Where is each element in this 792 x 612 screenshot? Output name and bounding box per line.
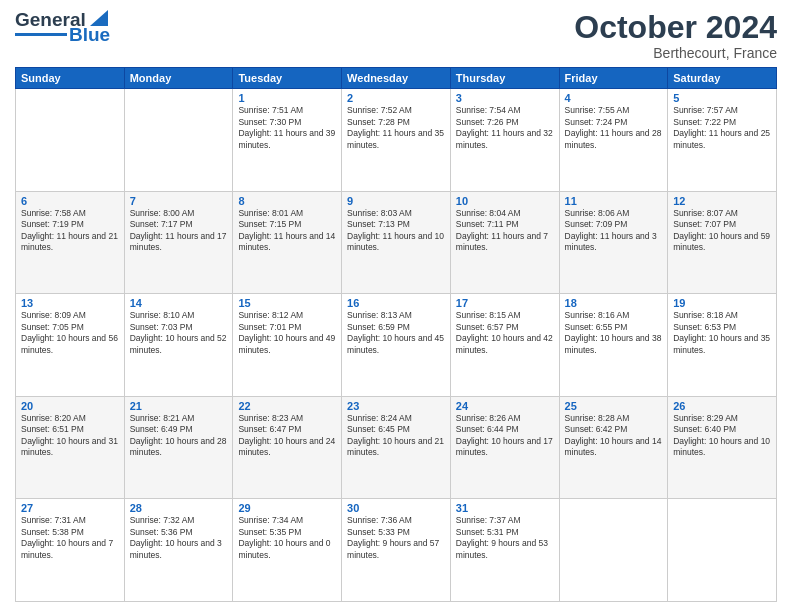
calendar-cell: 5Sunrise: 7:57 AMSunset: 7:22 PMDaylight…	[668, 89, 777, 192]
calendar-cell: 20Sunrise: 8:20 AMSunset: 6:51 PMDayligh…	[16, 396, 125, 499]
day-number: 10	[456, 195, 554, 207]
calendar-cell: 13Sunrise: 8:09 AMSunset: 7:05 PMDayligh…	[16, 294, 125, 397]
day-number: 29	[238, 502, 336, 514]
day-info: Sunrise: 8:29 AMSunset: 6:40 PMDaylight:…	[673, 413, 771, 459]
day-number: 11	[565, 195, 663, 207]
logo: General Blue	[15, 10, 110, 44]
calendar-cell: 1Sunrise: 7:51 AMSunset: 7:30 PMDaylight…	[233, 89, 342, 192]
day-info: Sunrise: 7:34 AMSunset: 5:35 PMDaylight:…	[238, 515, 336, 561]
month-title: October 2024	[574, 10, 777, 45]
day-info: Sunrise: 7:37 AMSunset: 5:31 PMDaylight:…	[456, 515, 554, 561]
logo-underline	[15, 33, 67, 36]
col-thursday: Thursday	[450, 68, 559, 89]
day-number: 6	[21, 195, 119, 207]
calendar-cell: 8Sunrise: 8:01 AMSunset: 7:15 PMDaylight…	[233, 191, 342, 294]
day-info: Sunrise: 8:18 AMSunset: 6:53 PMDaylight:…	[673, 310, 771, 356]
day-info: Sunrise: 7:55 AMSunset: 7:24 PMDaylight:…	[565, 105, 663, 151]
day-number: 18	[565, 297, 663, 309]
day-info: Sunrise: 8:06 AMSunset: 7:09 PMDaylight:…	[565, 208, 663, 254]
location: Berthecourt, France	[574, 45, 777, 61]
day-number: 15	[238, 297, 336, 309]
calendar-week-1: 1Sunrise: 7:51 AMSunset: 7:30 PMDaylight…	[16, 89, 777, 192]
calendar-cell: 26Sunrise: 8:29 AMSunset: 6:40 PMDayligh…	[668, 396, 777, 499]
day-info: Sunrise: 8:09 AMSunset: 7:05 PMDaylight:…	[21, 310, 119, 356]
day-info: Sunrise: 8:00 AMSunset: 7:17 PMDaylight:…	[130, 208, 228, 254]
calendar-cell: 27Sunrise: 7:31 AMSunset: 5:38 PMDayligh…	[16, 499, 125, 602]
day-number: 31	[456, 502, 554, 514]
day-info: Sunrise: 8:04 AMSunset: 7:11 PMDaylight:…	[456, 208, 554, 254]
day-info: Sunrise: 8:10 AMSunset: 7:03 PMDaylight:…	[130, 310, 228, 356]
day-info: Sunrise: 7:31 AMSunset: 5:38 PMDaylight:…	[21, 515, 119, 561]
day-number: 12	[673, 195, 771, 207]
col-saturday: Saturday	[668, 68, 777, 89]
day-header-row: Sunday Monday Tuesday Wednesday Thursday…	[16, 68, 777, 89]
day-number: 30	[347, 502, 445, 514]
day-number: 23	[347, 400, 445, 412]
day-number: 27	[21, 502, 119, 514]
calendar-body: 1Sunrise: 7:51 AMSunset: 7:30 PMDaylight…	[16, 89, 777, 602]
day-info: Sunrise: 8:23 AMSunset: 6:47 PMDaylight:…	[238, 413, 336, 459]
day-info: Sunrise: 7:58 AMSunset: 7:19 PMDaylight:…	[21, 208, 119, 254]
calendar-cell: 18Sunrise: 8:16 AMSunset: 6:55 PMDayligh…	[559, 294, 668, 397]
calendar-cell: 28Sunrise: 7:32 AMSunset: 5:36 PMDayligh…	[124, 499, 233, 602]
col-monday: Monday	[124, 68, 233, 89]
calendar-week-2: 6Sunrise: 7:58 AMSunset: 7:19 PMDaylight…	[16, 191, 777, 294]
calendar-cell: 14Sunrise: 8:10 AMSunset: 7:03 PMDayligh…	[124, 294, 233, 397]
calendar-header: Sunday Monday Tuesday Wednesday Thursday…	[16, 68, 777, 89]
calendar-cell: 7Sunrise: 8:00 AMSunset: 7:17 PMDaylight…	[124, 191, 233, 294]
day-info: Sunrise: 8:03 AMSunset: 7:13 PMDaylight:…	[347, 208, 445, 254]
calendar-cell: 12Sunrise: 8:07 AMSunset: 7:07 PMDayligh…	[668, 191, 777, 294]
day-info: Sunrise: 8:16 AMSunset: 6:55 PMDaylight:…	[565, 310, 663, 356]
day-number: 7	[130, 195, 228, 207]
calendar-cell: 4Sunrise: 7:55 AMSunset: 7:24 PMDaylight…	[559, 89, 668, 192]
col-wednesday: Wednesday	[342, 68, 451, 89]
header: General Blue October 2024 Berthecourt, F…	[15, 10, 777, 61]
day-info: Sunrise: 8:01 AMSunset: 7:15 PMDaylight:…	[238, 208, 336, 254]
calendar-cell: 24Sunrise: 8:26 AMSunset: 6:44 PMDayligh…	[450, 396, 559, 499]
day-info: Sunrise: 7:57 AMSunset: 7:22 PMDaylight:…	[673, 105, 771, 151]
calendar-week-5: 27Sunrise: 7:31 AMSunset: 5:38 PMDayligh…	[16, 499, 777, 602]
day-number: 21	[130, 400, 228, 412]
calendar-cell: 6Sunrise: 7:58 AMSunset: 7:19 PMDaylight…	[16, 191, 125, 294]
day-info: Sunrise: 8:26 AMSunset: 6:44 PMDaylight:…	[456, 413, 554, 459]
day-number: 4	[565, 92, 663, 104]
day-info: Sunrise: 8:28 AMSunset: 6:42 PMDaylight:…	[565, 413, 663, 459]
day-number: 28	[130, 502, 228, 514]
day-info: Sunrise: 7:36 AMSunset: 5:33 PMDaylight:…	[347, 515, 445, 561]
day-info: Sunrise: 7:52 AMSunset: 7:28 PMDaylight:…	[347, 105, 445, 151]
day-number: 5	[673, 92, 771, 104]
day-number: 9	[347, 195, 445, 207]
day-number: 24	[456, 400, 554, 412]
day-number: 2	[347, 92, 445, 104]
day-info: Sunrise: 8:12 AMSunset: 7:01 PMDaylight:…	[238, 310, 336, 356]
day-number: 20	[21, 400, 119, 412]
calendar-cell	[16, 89, 125, 192]
calendar-cell: 2Sunrise: 7:52 AMSunset: 7:28 PMDaylight…	[342, 89, 451, 192]
day-info: Sunrise: 8:15 AMSunset: 6:57 PMDaylight:…	[456, 310, 554, 356]
title-block: October 2024 Berthecourt, France	[574, 10, 777, 61]
calendar-cell: 15Sunrise: 8:12 AMSunset: 7:01 PMDayligh…	[233, 294, 342, 397]
day-number: 3	[456, 92, 554, 104]
day-info: Sunrise: 7:54 AMSunset: 7:26 PMDaylight:…	[456, 105, 554, 151]
day-number: 1	[238, 92, 336, 104]
calendar-cell: 29Sunrise: 7:34 AMSunset: 5:35 PMDayligh…	[233, 499, 342, 602]
day-info: Sunrise: 8:20 AMSunset: 6:51 PMDaylight:…	[21, 413, 119, 459]
day-number: 17	[456, 297, 554, 309]
day-info: Sunrise: 8:21 AMSunset: 6:49 PMDaylight:…	[130, 413, 228, 459]
calendar: Sunday Monday Tuesday Wednesday Thursday…	[15, 67, 777, 602]
calendar-cell: 31Sunrise: 7:37 AMSunset: 5:31 PMDayligh…	[450, 499, 559, 602]
day-info: Sunrise: 8:07 AMSunset: 7:07 PMDaylight:…	[673, 208, 771, 254]
day-number: 8	[238, 195, 336, 207]
calendar-cell: 21Sunrise: 8:21 AMSunset: 6:49 PMDayligh…	[124, 396, 233, 499]
calendar-cell: 9Sunrise: 8:03 AMSunset: 7:13 PMDaylight…	[342, 191, 451, 294]
calendar-cell: 17Sunrise: 8:15 AMSunset: 6:57 PMDayligh…	[450, 294, 559, 397]
calendar-cell: 22Sunrise: 8:23 AMSunset: 6:47 PMDayligh…	[233, 396, 342, 499]
calendar-cell: 19Sunrise: 8:18 AMSunset: 6:53 PMDayligh…	[668, 294, 777, 397]
day-number: 26	[673, 400, 771, 412]
calendar-cell	[668, 499, 777, 602]
calendar-cell: 3Sunrise: 7:54 AMSunset: 7:26 PMDaylight…	[450, 89, 559, 192]
calendar-cell: 30Sunrise: 7:36 AMSunset: 5:33 PMDayligh…	[342, 499, 451, 602]
col-sunday: Sunday	[16, 68, 125, 89]
calendar-cell	[559, 499, 668, 602]
logo-blue-text: Blue	[69, 25, 110, 44]
